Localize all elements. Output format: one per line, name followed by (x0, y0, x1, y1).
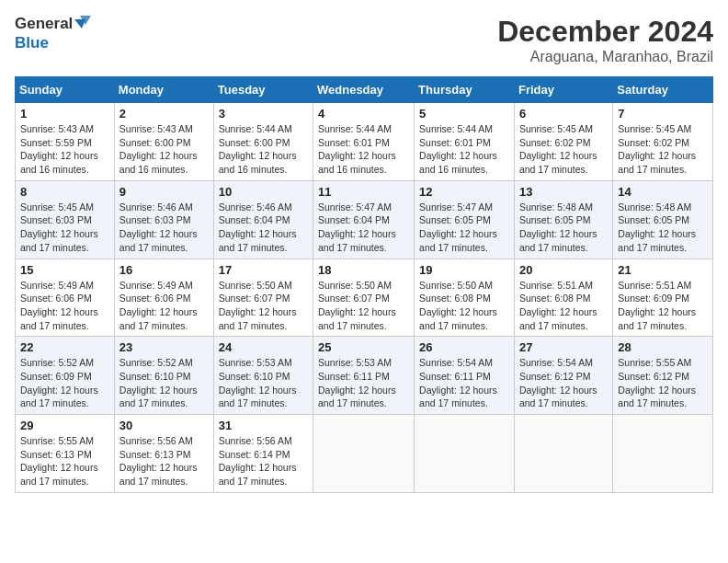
calendar-cell: 19Sunrise: 5:50 AMSunset: 6:08 PMDayligh… (415, 259, 515, 337)
day-number: 25 (318, 340, 409, 354)
day-info: Sunrise: 5:50 AMSunset: 6:07 PMDaylight:… (318, 279, 409, 333)
day-number: 21 (618, 263, 708, 277)
calendar-cell: 14Sunrise: 5:48 AMSunset: 6:05 PMDayligh… (613, 180, 713, 259)
calendar-cell: 13Sunrise: 5:48 AMSunset: 6:05 PMDayligh… (514, 180, 612, 259)
day-number: 13 (519, 185, 608, 199)
calendar-cell: 1Sunrise: 5:43 AMSunset: 5:59 PMDaylight… (16, 103, 115, 181)
day-info: Sunrise: 5:52 AMSunset: 6:10 PMDaylight:… (119, 356, 209, 410)
day-number: 31 (219, 419, 308, 432)
day-info: Sunrise: 5:53 AMSunset: 6:10 PMDaylight:… (219, 356, 308, 410)
day-info: Sunrise: 5:55 AMSunset: 6:13 PMDaylight:… (20, 434, 109, 488)
day-number: 26 (419, 340, 509, 354)
week-row-1: 1Sunrise: 5:43 AMSunset: 5:59 PMDaylight… (16, 103, 713, 181)
week-row-5: 29Sunrise: 5:55 AMSunset: 6:13 PMDayligh… (16, 415, 713, 493)
calendar-cell (313, 415, 415, 493)
calendar-cell: 4Sunrise: 5:44 AMSunset: 6:01 PMDaylight… (313, 103, 415, 181)
day-number: 19 (419, 263, 509, 277)
day-info: Sunrise: 5:55 AMSunset: 6:12 PMDaylight:… (618, 356, 708, 410)
day-number: 6 (519, 107, 608, 121)
col-thursday: Thursday (415, 77, 515, 103)
calendar-cell: 25Sunrise: 5:53 AMSunset: 6:11 PMDayligh… (313, 337, 415, 415)
calendar-cell: 29Sunrise: 5:55 AMSunset: 6:13 PMDayligh… (16, 415, 115, 493)
day-info: Sunrise: 5:54 AMSunset: 6:12 PMDaylight:… (519, 356, 608, 410)
calendar-cell: 6Sunrise: 5:45 AMSunset: 6:02 PMDaylight… (514, 103, 612, 181)
day-info: Sunrise: 5:43 AMSunset: 6:00 PMDaylight:… (119, 122, 209, 177)
calendar-cell: 21Sunrise: 5:51 AMSunset: 6:09 PMDayligh… (613, 259, 713, 337)
day-info: Sunrise: 5:56 AMSunset: 6:13 PMDaylight:… (119, 434, 209, 488)
day-number: 20 (519, 263, 608, 277)
col-sunday: Sunday (16, 77, 115, 103)
day-number: 30 (119, 419, 209, 432)
day-number: 9 (119, 185, 209, 199)
day-info: Sunrise: 5:48 AMSunset: 6:05 PMDaylight:… (618, 201, 708, 255)
calendar-cell: 31Sunrise: 5:56 AMSunset: 6:14 PMDayligh… (213, 415, 313, 493)
calendar-cell (514, 415, 612, 493)
col-tuesday: Tuesday (213, 77, 313, 103)
calendar-cell: 27Sunrise: 5:54 AMSunset: 6:12 PMDayligh… (514, 337, 612, 415)
day-info: Sunrise: 5:49 AMSunset: 6:06 PMDaylight:… (20, 279, 109, 333)
day-number: 4 (318, 107, 409, 121)
day-number: 8 (20, 185, 109, 199)
day-info: Sunrise: 5:51 AMSunset: 6:08 PMDaylight:… (519, 279, 608, 333)
week-row-2: 8Sunrise: 5:45 AMSunset: 6:03 PMDaylight… (16, 180, 713, 259)
day-info: Sunrise: 5:46 AMSunset: 6:04 PMDaylight:… (219, 201, 308, 255)
day-info: Sunrise: 5:48 AMSunset: 6:05 PMDaylight:… (519, 201, 608, 255)
calendar-cell: 12Sunrise: 5:47 AMSunset: 6:05 PMDayligh… (415, 180, 515, 259)
calendar-cell: 23Sunrise: 5:52 AMSunset: 6:10 PMDayligh… (114, 337, 213, 415)
day-number: 10 (219, 185, 308, 199)
day-info: Sunrise: 5:44 AMSunset: 6:01 PMDaylight:… (318, 122, 409, 177)
calendar-cell: 16Sunrise: 5:49 AMSunset: 6:06 PMDayligh… (114, 259, 213, 337)
day-info: Sunrise: 5:45 AMSunset: 6:03 PMDaylight:… (20, 201, 109, 255)
logo: General Blue (15, 15, 95, 52)
day-number: 23 (119, 340, 209, 354)
day-number: 18 (318, 263, 409, 277)
day-number: 15 (20, 263, 109, 277)
col-monday: Monday (114, 77, 213, 103)
day-info: Sunrise: 5:44 AMSunset: 6:01 PMDaylight:… (419, 122, 509, 177)
day-number: 17 (219, 263, 308, 277)
col-saturday: Saturday (613, 77, 713, 103)
logo-bird-icon (74, 16, 95, 34)
calendar-cell: 28Sunrise: 5:55 AMSunset: 6:12 PMDayligh… (613, 337, 713, 415)
calendar-cell: 30Sunrise: 5:56 AMSunset: 6:13 PMDayligh… (114, 415, 213, 493)
calendar-cell: 5Sunrise: 5:44 AMSunset: 6:01 PMDaylight… (415, 103, 515, 181)
day-info: Sunrise: 5:53 AMSunset: 6:11 PMDaylight:… (318, 356, 409, 410)
day-info: Sunrise: 5:50 AMSunset: 6:07 PMDaylight:… (219, 279, 308, 333)
calendar-cell: 8Sunrise: 5:45 AMSunset: 6:03 PMDaylight… (16, 180, 115, 259)
calendar-cell: 22Sunrise: 5:52 AMSunset: 6:09 PMDayligh… (16, 337, 115, 415)
day-info: Sunrise: 5:54 AMSunset: 6:11 PMDaylight:… (419, 356, 509, 410)
day-info: Sunrise: 5:56 AMSunset: 6:14 PMDaylight:… (219, 434, 308, 488)
calendar-cell: 7Sunrise: 5:45 AMSunset: 6:02 PMDaylight… (613, 103, 713, 181)
logo-text: General Blue (15, 15, 95, 52)
calendar-cell (415, 415, 515, 493)
day-number: 27 (519, 340, 608, 354)
day-number: 3 (219, 107, 308, 121)
title-block: December 2024 Araguana, Maranhao, Brazil (497, 15, 713, 65)
calendar-cell: 10Sunrise: 5:46 AMSunset: 6:04 PMDayligh… (213, 180, 313, 259)
day-number: 29 (20, 419, 109, 432)
day-number: 14 (618, 185, 708, 199)
day-number: 24 (219, 340, 308, 354)
day-number: 2 (119, 107, 209, 121)
day-number: 11 (318, 185, 409, 199)
calendar-cell: 20Sunrise: 5:51 AMSunset: 6:08 PMDayligh… (514, 259, 612, 337)
col-wednesday: Wednesday (313, 77, 415, 103)
day-number: 12 (419, 185, 509, 199)
calendar-header-row: Sunday Monday Tuesday Wednesday Thursday… (16, 77, 713, 103)
day-info: Sunrise: 5:49 AMSunset: 6:06 PMDaylight:… (119, 279, 209, 333)
day-info: Sunrise: 5:45 AMSunset: 6:02 PMDaylight:… (618, 122, 708, 177)
day-info: Sunrise: 5:51 AMSunset: 6:09 PMDaylight:… (618, 279, 708, 333)
day-info: Sunrise: 5:46 AMSunset: 6:03 PMDaylight:… (119, 201, 209, 255)
calendar-cell: 11Sunrise: 5:47 AMSunset: 6:04 PMDayligh… (313, 180, 415, 259)
calendar-table: Sunday Monday Tuesday Wednesday Thursday… (15, 76, 713, 493)
calendar-cell: 24Sunrise: 5:53 AMSunset: 6:10 PMDayligh… (213, 337, 313, 415)
month-year: December 2024 (497, 15, 713, 49)
calendar-cell: 26Sunrise: 5:54 AMSunset: 6:11 PMDayligh… (415, 337, 515, 415)
location: Araguana, Maranhao, Brazil (497, 49, 713, 65)
day-number: 5 (419, 107, 509, 121)
day-number: 7 (618, 107, 708, 121)
week-row-4: 22Sunrise: 5:52 AMSunset: 6:09 PMDayligh… (16, 337, 713, 415)
day-number: 1 (20, 107, 109, 121)
calendar-cell: 17Sunrise: 5:50 AMSunset: 6:07 PMDayligh… (213, 259, 313, 337)
calendar-cell (613, 415, 713, 493)
